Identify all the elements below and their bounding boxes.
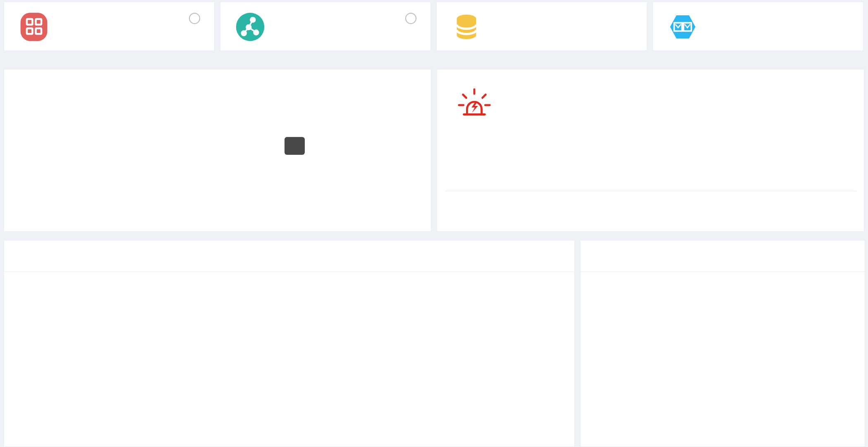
divider [445,191,856,191]
calls-heatmap-panel [4,69,431,232]
database-icon [452,12,481,42]
divider [4,272,574,272]
mq-hexagon-icon [668,12,698,42]
heatmap-axis-ticks [69,214,429,217]
mq-summary-card [653,2,863,51]
service-summary-card [220,2,431,51]
heatmap-x-axis [69,219,429,229]
alarm-min-row [446,214,451,223]
info-icon[interactable] [405,13,416,24]
service-network-icon [235,12,265,42]
stat-cards-row [4,2,864,51]
heatmap-grid[interactable] [69,108,429,213]
db-cache-summary-card [436,2,647,51]
app-grid-icon [19,12,49,42]
apm-dashboard [0,0,868,447]
alarm-siren-icon [456,86,493,123]
app-summary-card [4,2,215,51]
alarm-area-chart[interactable] [453,123,849,185]
heatmap-tooltip [285,137,305,155]
slow-service-panel [4,240,575,447]
avg-application-alarm-panel [437,69,864,232]
divider [581,272,865,272]
alarm-max-row [446,200,451,209]
info-icon[interactable] [189,13,200,24]
heatmap-y-axis [4,108,62,213]
application-throughput-panel [580,240,865,447]
